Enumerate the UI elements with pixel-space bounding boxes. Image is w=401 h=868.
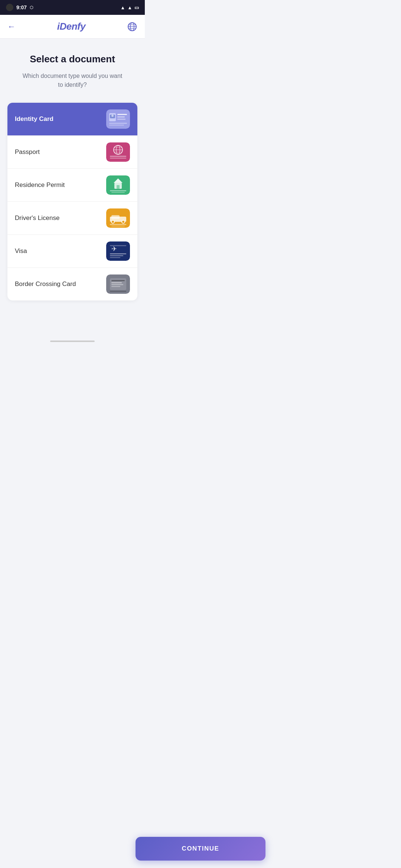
svg-rect-26 bbox=[110, 190, 126, 191]
svg-rect-38 bbox=[110, 255, 123, 256]
svg-rect-46 bbox=[111, 286, 120, 287]
wifi-icon: ▲ bbox=[120, 5, 125, 10]
status-bar: 9:07 ⬡ ▲ ▲ ▭ bbox=[0, 0, 145, 15]
document-item-drivers-license[interactable]: Driver's License bbox=[7, 202, 137, 235]
svg-rect-33 bbox=[110, 224, 126, 225]
camera-indicator bbox=[6, 4, 13, 11]
svg-rect-21 bbox=[110, 158, 126, 159]
svg-rect-20 bbox=[110, 156, 126, 157]
svg-rect-47 bbox=[110, 291, 126, 292]
status-left: 9:07 ⬡ bbox=[6, 4, 33, 11]
document-item-identity-card[interactable]: Identity Card bbox=[7, 103, 137, 136]
visa-icon: ✈ bbox=[106, 241, 130, 261]
doc-label-residence-permit: Residence Permit bbox=[15, 181, 65, 189]
home-bar bbox=[50, 341, 95, 342]
svg-point-32 bbox=[122, 220, 125, 223]
passport-icon bbox=[106, 142, 130, 162]
page-subtitle: Which document type would you want to id… bbox=[20, 72, 124, 89]
svg-rect-10 bbox=[117, 116, 125, 118]
svg-rect-12 bbox=[109, 123, 127, 124]
doc-label-identity-card: Identity Card bbox=[15, 115, 53, 123]
doc-label-border-crossing-card: Border Crossing Card bbox=[15, 280, 76, 288]
svg-rect-30 bbox=[111, 215, 120, 219]
header: ← iDenfy bbox=[0, 15, 145, 39]
back-button[interactable]: ← bbox=[7, 22, 16, 32]
svg-rect-34 bbox=[111, 226, 125, 227]
status-icon-extra: ⬡ bbox=[30, 5, 33, 10]
svg-rect-40 bbox=[110, 245, 126, 246]
main-content: Select a document Which document type wo… bbox=[0, 39, 145, 338]
drivers-license-icon bbox=[106, 208, 130, 228]
svg-point-31 bbox=[111, 220, 114, 223]
status-right: ▲ ▲ ▭ bbox=[120, 5, 139, 10]
globe-button[interactable] bbox=[127, 22, 137, 32]
signal-icon: ▲ bbox=[127, 5, 132, 10]
page-title: Select a document bbox=[30, 53, 115, 65]
home-indicator bbox=[0, 338, 145, 345]
svg-text:✈: ✈ bbox=[111, 245, 117, 253]
doc-label-passport: Passport bbox=[15, 148, 40, 156]
svg-rect-27 bbox=[111, 192, 125, 193]
status-time: 9:07 bbox=[16, 4, 27, 10]
svg-rect-45 bbox=[111, 284, 123, 285]
logo: iDenfy bbox=[57, 21, 85, 32]
svg-rect-13 bbox=[109, 125, 124, 126]
document-list: Identity Card Passport bbox=[7, 103, 137, 300]
document-item-passport[interactable]: Passport bbox=[7, 136, 137, 169]
doc-label-visa: Visa bbox=[15, 247, 27, 255]
svg-rect-43 bbox=[111, 280, 125, 281]
border-crossing-card-icon bbox=[106, 274, 130, 294]
globe-icon bbox=[127, 22, 137, 32]
document-item-visa[interactable]: Visa ✈ bbox=[7, 235, 137, 268]
document-item-border-crossing-card[interactable]: Border Crossing Card bbox=[7, 268, 137, 300]
svg-rect-9 bbox=[117, 114, 127, 115]
residence-permit-icon bbox=[106, 175, 130, 195]
identity-card-icon bbox=[106, 109, 130, 129]
document-item-residence-permit[interactable]: Residence Permit bbox=[7, 169, 137, 202]
svg-rect-39 bbox=[110, 257, 120, 258]
svg-point-8 bbox=[111, 115, 114, 117]
svg-rect-37 bbox=[110, 253, 126, 254]
svg-rect-25 bbox=[117, 185, 120, 189]
svg-rect-44 bbox=[111, 282, 122, 283]
doc-label-drivers-license: Driver's License bbox=[15, 214, 59, 222]
battery-icon: ▭ bbox=[134, 5, 139, 10]
svg-rect-11 bbox=[117, 119, 125, 120]
